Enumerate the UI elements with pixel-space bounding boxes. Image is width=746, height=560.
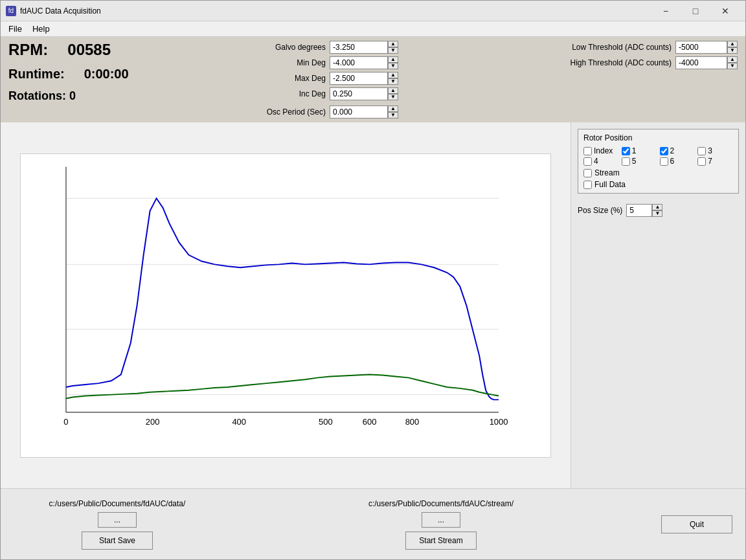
pos-size-up[interactable]: ▲: [652, 204, 662, 210]
checkbox-7[interactable]: 7: [697, 157, 733, 166]
inc-deg-input[interactable]: [330, 87, 388, 100]
min-deg-label: Min Deg: [254, 58, 326, 67]
high-threshold-down[interactable]: ▼: [727, 63, 738, 69]
checkbox-5[interactable]: 5: [622, 157, 657, 166]
inc-deg-down[interactable]: ▼: [388, 94, 398, 100]
chart-area: -3000 -4000 -5000 -6000 0 200 400: [1, 122, 571, 488]
galvo-degrees-up[interactable]: ▲: [388, 41, 398, 47]
checkbox-3-label: 3: [708, 146, 712, 155]
content-area: -3000 -4000 -5000 -6000 0 200 400: [1, 122, 745, 488]
min-deg-down[interactable]: ▼: [388, 63, 398, 69]
data-browse-button[interactable]: ...: [98, 512, 137, 528]
svg-text:1000: 1000: [490, 417, 508, 427]
galvo-section: Galvo degrees ▲ ▼ Min Deg ▲: [254, 41, 398, 118]
start-stream-button[interactable]: Start Stream: [405, 532, 477, 550]
full-data-checkbox[interactable]: [583, 181, 592, 189]
stream-checkbox[interactable]: [583, 169, 592, 177]
inc-deg-up[interactable]: ▲: [388, 87, 398, 94]
osc-period-up[interactable]: ▲: [388, 106, 398, 112]
pos-size-row: Pos Size (%) ▲ ▼: [578, 204, 739, 217]
rotor-position-title: Rotor Position: [583, 133, 733, 142]
osc-period-input[interactable]: [330, 106, 388, 118]
max-deg-label: Max Deg: [254, 74, 326, 83]
svg-text:200: 200: [146, 417, 160, 427]
checkbox-3[interactable]: 3: [697, 146, 733, 155]
window-title: fdAUC Data Acquisition: [20, 6, 101, 16]
checkbox-index-input[interactable]: [583, 147, 592, 155]
low-threshold-up[interactable]: ▲: [727, 41, 738, 47]
window-controls: − □ ✕: [651, 1, 740, 21]
main-area: RPM: 00585 Runtime: 0:00:00 Rotations: 0…: [1, 37, 745, 559]
chart-container: -3000 -4000 -5000 -6000 0 200 400: [20, 153, 551, 458]
runtime-value: 0:00:00: [84, 67, 129, 82]
chart-svg: -3000 -4000 -5000 -6000 0 200 400: [60, 161, 518, 431]
checkbox-index-label: Index: [594, 146, 613, 155]
rpm-value: 00585: [67, 41, 111, 59]
quit-button[interactable]: Quit: [661, 515, 732, 533]
pos-size-input[interactable]: [626, 204, 652, 217]
low-threshold-input[interactable]: [675, 41, 727, 54]
main-window: fd fdAUC Data Acquisition − □ ✕ File Hel…: [0, 0, 746, 560]
high-threshold-input[interactable]: [675, 56, 727, 69]
data-section: c:/users/Public/Documents/fdAUC/data/ ..…: [14, 499, 221, 550]
menu-bar: File Help: [1, 21, 745, 37]
checkbox-4[interactable]: 4: [583, 157, 619, 166]
min-deg-up[interactable]: ▲: [388, 56, 398, 63]
checkbox-2[interactable]: 2: [660, 146, 695, 155]
checkbox-7-label: 7: [708, 157, 712, 166]
svg-text:600: 600: [363, 417, 377, 427]
galvo-degrees-input[interactable]: [330, 41, 388, 54]
checkbox-3-input[interactable]: [697, 147, 706, 155]
svg-text:800: 800: [405, 417, 420, 427]
checkbox-6[interactable]: 6: [660, 157, 695, 166]
stats-section: RPM: 00585 Runtime: 0:00:00 Rotations: 0: [8, 41, 190, 103]
stream-section: c:/users/Public/Documents/fdAUC/stream/ …: [337, 499, 545, 550]
max-deg-input[interactable]: [330, 72, 388, 85]
checkbox-6-label: 6: [670, 157, 675, 166]
checkbox-7-input[interactable]: [697, 157, 706, 166]
minimize-button[interactable]: −: [651, 1, 681, 21]
checkbox-4-input[interactable]: [583, 157, 592, 166]
close-button[interactable]: ✕: [710, 1, 740, 21]
rotor-position-box: Rotor Position Index 1 2: [578, 129, 739, 194]
galvo-degrees-down[interactable]: ▼: [388, 47, 398, 54]
checkbox-6-input[interactable]: [660, 157, 668, 166]
full-data-label: Full Data: [594, 180, 626, 189]
checkbox-5-label: 5: [632, 157, 637, 166]
stream-label: Stream: [594, 168, 620, 177]
checkbox-1[interactable]: 1: [622, 146, 657, 155]
threshold-section: Low Threshold (ADC counts) ▲ ▼ High Thre…: [555, 41, 738, 69]
osc-period-down[interactable]: ▼: [388, 112, 398, 118]
pos-size-down[interactable]: ▼: [652, 210, 662, 217]
stream-browse-button[interactable]: ...: [422, 512, 460, 528]
data-path: c:/users/Public/Documents/fdAUC/data/: [49, 499, 186, 508]
max-deg-up[interactable]: ▲: [388, 72, 398, 78]
checkbox-2-input[interactable]: [660, 147, 668, 155]
blue-curve: [66, 198, 499, 399]
osc-period-label: Osc Period (Sec): [254, 107, 326, 117]
low-threshold-down[interactable]: ▼: [727, 47, 738, 54]
quit-section: Quit: [661, 515, 732, 533]
maximize-button[interactable]: □: [681, 1, 710, 21]
pos-size-label: Pos Size (%): [578, 206, 622, 215]
low-threshold-label: Low Threshold (ADC counts): [555, 43, 672, 52]
galvo-degrees-label: Galvo degrees: [254, 43, 326, 52]
rotations-label: Rotations: 0: [8, 89, 76, 102]
min-deg-input[interactable]: [330, 56, 388, 69]
help-menu[interactable]: Help: [27, 23, 55, 35]
checkbox-4-label: 4: [594, 157, 598, 166]
start-save-button[interactable]: Start Save: [82, 532, 153, 550]
checkbox-grid: Index 1 2 3: [583, 146, 733, 166]
checkbox-1-label: 1: [632, 146, 637, 155]
high-threshold-up[interactable]: ▲: [727, 56, 738, 63]
checkbox-index[interactable]: Index: [583, 146, 619, 155]
max-deg-down[interactable]: ▼: [388, 78, 398, 85]
checkbox-1-input[interactable]: [622, 147, 630, 155]
checkbox-2-label: 2: [670, 146, 675, 155]
stream-path: c:/users/Public/Documents/fdAUC/stream/: [368, 499, 514, 508]
file-menu[interactable]: File: [3, 23, 27, 35]
checkbox-5-input[interactable]: [622, 157, 630, 166]
svg-text:500: 500: [319, 417, 333, 427]
app-icon: fd: [6, 6, 16, 16]
top-panel: RPM: 00585 Runtime: 0:00:00 Rotations: 0…: [1, 37, 745, 122]
